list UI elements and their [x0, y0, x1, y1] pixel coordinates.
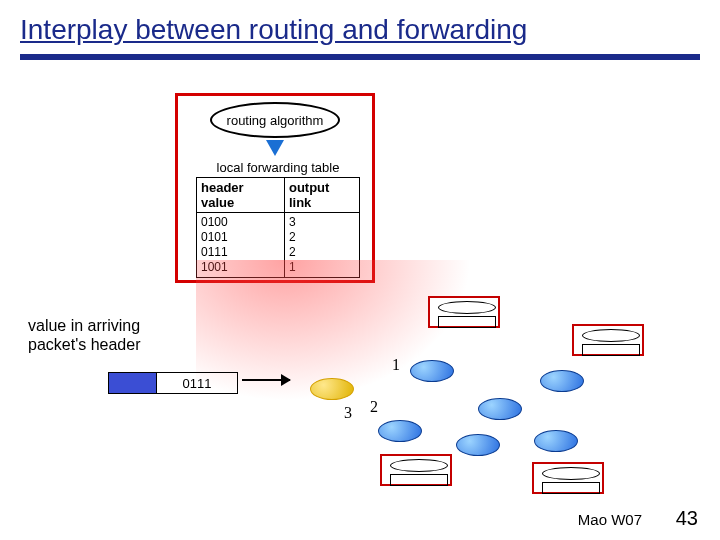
forwarding-table-col-outputlink: output link — [284, 178, 359, 213]
router-icon — [378, 420, 422, 442]
mini-forwarding-box — [532, 462, 604, 494]
title-underline — [20, 54, 700, 60]
footer-author: Mao W07 — [578, 511, 642, 528]
router-icon — [478, 398, 522, 420]
forwarding-table-outputlinks: 3 2 2 1 — [284, 213, 359, 278]
router-icon — [410, 360, 454, 382]
arriving-packet-label: value in arriving packet's header — [28, 316, 140, 354]
mini-forwarding-box — [380, 454, 452, 486]
link-label-3: 3 — [344, 404, 352, 422]
mini-forwarding-box — [572, 324, 644, 356]
packet-arrow-icon — [242, 379, 290, 381]
routing-algorithm-oval: routing algorithm — [210, 102, 340, 138]
packet-header-value: 0111 — [157, 373, 237, 393]
arriving-packet: 0111 — [108, 372, 238, 394]
slide-title: Interplay between routing and forwarding — [0, 0, 720, 52]
link-label-1: 1 — [392, 356, 400, 374]
router-icon — [540, 370, 584, 392]
router-icon — [456, 434, 500, 456]
mini-forwarding-box — [428, 296, 500, 328]
router-icon — [534, 430, 578, 452]
arrow-down-icon — [266, 140, 284, 156]
packet-header-color — [109, 373, 157, 393]
forwarding-table-headervalues: 0100 0101 0111 1001 — [197, 213, 285, 278]
forwarding-table: local forwarding table header value outp… — [196, 160, 360, 278]
routing-box: routing algorithm local forwarding table… — [175, 93, 375, 283]
footer-page-number: 43 — [676, 507, 698, 530]
forwarding-table-col-headervalue: header value — [197, 178, 285, 213]
router-icon — [310, 378, 354, 400]
link-label-2: 2 — [370, 398, 378, 416]
forwarding-table-caption: local forwarding table — [196, 160, 360, 177]
